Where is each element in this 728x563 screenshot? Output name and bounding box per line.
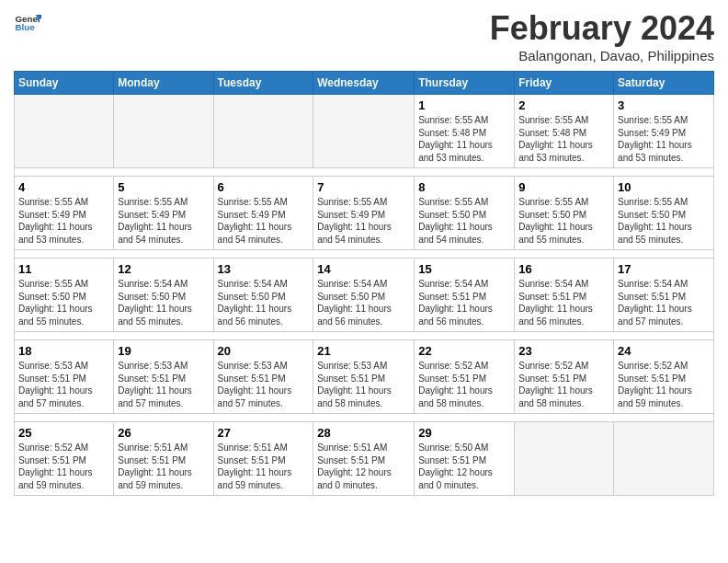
- calendar-cell: [213, 95, 313, 168]
- day-number: 1: [418, 98, 510, 112]
- calendar-cell: 22Sunrise: 5:52 AMSunset: 5:51 PMDayligh…: [415, 340, 515, 414]
- calendar-cell: 26Sunrise: 5:51 AMSunset: 5:51 PMDayligh…: [114, 422, 213, 496]
- week-separator: [15, 414, 714, 422]
- day-info: Sunrise: 5:52 AMSunset: 5:51 PMDaylight:…: [418, 360, 510, 409]
- day-info: Sunrise: 5:53 AMSunset: 5:51 PMDaylight:…: [118, 360, 209, 409]
- day-info: Sunrise: 5:53 AMSunset: 5:51 PMDaylight:…: [218, 360, 310, 409]
- calendar-cell: 7Sunrise: 5:55 AMSunset: 5:49 PMDaylight…: [313, 177, 415, 250]
- day-info: Sunrise: 5:55 AMSunset: 5:49 PMDaylight:…: [118, 196, 209, 246]
- calendar-cell: [515, 422, 614, 496]
- calendar-cell: 19Sunrise: 5:53 AMSunset: 5:51 PMDayligh…: [114, 340, 213, 414]
- calendar-cell: 24Sunrise: 5:52 AMSunset: 5:51 PMDayligh…: [614, 340, 714, 414]
- calendar-cell: 3Sunrise: 5:55 AMSunset: 5:49 PMDaylight…: [614, 95, 714, 168]
- day-info: Sunrise: 5:55 AMSunset: 5:50 PMDaylight:…: [18, 278, 109, 327]
- day-number: 7: [317, 180, 410, 194]
- calendar-cell: [614, 422, 714, 496]
- day-number: 23: [518, 344, 609, 358]
- calendar-cell: 18Sunrise: 5:53 AMSunset: 5:51 PMDayligh…: [15, 340, 114, 414]
- day-info: Sunrise: 5:55 AMSunset: 5:49 PMDaylight:…: [218, 196, 310, 246]
- day-info: Sunrise: 5:55 AMSunset: 5:50 PMDaylight:…: [618, 196, 710, 246]
- day-info: Sunrise: 5:55 AMSunset: 5:49 PMDaylight:…: [618, 114, 710, 164]
- day-info: Sunrise: 5:50 AMSunset: 5:51 PMDaylight:…: [418, 442, 510, 491]
- calendar-cell: 21Sunrise: 5:53 AMSunset: 5:51 PMDayligh…: [313, 340, 415, 414]
- weekday-header-row: SundayMondayTuesdayWednesdayThursdayFrid…: [15, 72, 714, 95]
- calendar-cell: 28Sunrise: 5:51 AMSunset: 5:51 PMDayligh…: [313, 422, 415, 496]
- day-number: 9: [518, 180, 609, 194]
- day-info: Sunrise: 5:54 AMSunset: 5:50 PMDaylight:…: [317, 278, 410, 327]
- calendar-cell: 12Sunrise: 5:54 AMSunset: 5:50 PMDayligh…: [114, 259, 213, 332]
- day-number: 12: [118, 262, 209, 276]
- day-number: 19: [118, 344, 209, 358]
- calendar-cell: 4Sunrise: 5:55 AMSunset: 5:49 PMDaylight…: [15, 177, 114, 250]
- logo: General Blue: [14, 9, 41, 37]
- calendar-table: SundayMondayTuesdayWednesdayThursdayFrid…: [14, 71, 714, 496]
- day-info: Sunrise: 5:54 AMSunset: 5:51 PMDaylight:…: [518, 278, 609, 327]
- calendar-cell: 8Sunrise: 5:55 AMSunset: 5:50 PMDaylight…: [415, 177, 515, 250]
- week-separator: [15, 168, 714, 177]
- calendar-cell: 13Sunrise: 5:54 AMSunset: 5:50 PMDayligh…: [213, 259, 313, 332]
- day-number: 26: [118, 426, 209, 440]
- day-number: 18: [18, 344, 109, 358]
- day-number: 24: [618, 344, 710, 358]
- day-info: Sunrise: 5:52 AMSunset: 5:51 PMDaylight:…: [618, 360, 710, 409]
- calendar-cell: 15Sunrise: 5:54 AMSunset: 5:51 PMDayligh…: [415, 259, 515, 332]
- day-number: 29: [418, 426, 510, 440]
- location-subtitle: Balangonan, Davao, Philippines: [490, 48, 714, 63]
- day-info: Sunrise: 5:55 AMSunset: 5:49 PMDaylight:…: [317, 196, 410, 246]
- day-info: Sunrise: 5:55 AMSunset: 5:48 PMDaylight:…: [518, 114, 609, 164]
- weekday-header-saturday: Saturday: [614, 72, 714, 95]
- day-number: 22: [418, 344, 510, 358]
- calendar-cell: 6Sunrise: 5:55 AMSunset: 5:49 PMDaylight…: [213, 177, 313, 250]
- calendar-week-row: 18Sunrise: 5:53 AMSunset: 5:51 PMDayligh…: [15, 340, 714, 414]
- day-number: 16: [518, 262, 609, 276]
- calendar-cell: 5Sunrise: 5:55 AMSunset: 5:49 PMDaylight…: [114, 177, 213, 250]
- day-number: 10: [618, 180, 710, 194]
- calendar-cell: 17Sunrise: 5:54 AMSunset: 5:51 PMDayligh…: [614, 259, 714, 332]
- day-info: Sunrise: 5:54 AMSunset: 5:51 PMDaylight:…: [418, 278, 510, 327]
- weekday-header-sunday: Sunday: [15, 72, 114, 95]
- day-number: 8: [418, 180, 510, 194]
- calendar-cell: 29Sunrise: 5:50 AMSunset: 5:51 PMDayligh…: [415, 422, 515, 496]
- calendar-week-row: 11Sunrise: 5:55 AMSunset: 5:50 PMDayligh…: [15, 259, 714, 332]
- day-number: 3: [618, 98, 710, 112]
- calendar-cell: [313, 95, 415, 168]
- calendar-cell: 20Sunrise: 5:53 AMSunset: 5:51 PMDayligh…: [213, 340, 313, 414]
- week-separator: [15, 250, 714, 259]
- day-info: Sunrise: 5:54 AMSunset: 5:50 PMDaylight:…: [218, 278, 310, 327]
- calendar-cell: [114, 95, 213, 168]
- day-info: Sunrise: 5:54 AMSunset: 5:50 PMDaylight:…: [118, 278, 209, 327]
- day-info: Sunrise: 5:52 AMSunset: 5:51 PMDaylight:…: [518, 360, 609, 409]
- calendar-cell: 14Sunrise: 5:54 AMSunset: 5:50 PMDayligh…: [313, 259, 415, 332]
- weekday-header-thursday: Thursday: [415, 72, 515, 95]
- day-info: Sunrise: 5:52 AMSunset: 5:51 PMDaylight:…: [18, 442, 109, 491]
- day-number: 27: [218, 426, 310, 440]
- day-number: 15: [418, 262, 510, 276]
- day-info: Sunrise: 5:53 AMSunset: 5:51 PMDaylight:…: [18, 360, 109, 409]
- day-number: 2: [518, 98, 609, 112]
- day-info: Sunrise: 5:51 AMSunset: 5:51 PMDaylight:…: [118, 442, 209, 491]
- calendar-cell: 16Sunrise: 5:54 AMSunset: 5:51 PMDayligh…: [515, 259, 614, 332]
- week-separator: [15, 332, 714, 340]
- day-number: 14: [317, 262, 410, 276]
- day-info: Sunrise: 5:55 AMSunset: 5:50 PMDaylight:…: [418, 196, 510, 246]
- calendar-cell: 2Sunrise: 5:55 AMSunset: 5:48 PMDaylight…: [515, 95, 614, 168]
- day-info: Sunrise: 5:54 AMSunset: 5:51 PMDaylight:…: [618, 278, 710, 327]
- calendar-week-row: 25Sunrise: 5:52 AMSunset: 5:51 PMDayligh…: [15, 422, 714, 496]
- calendar-week-row: 1Sunrise: 5:55 AMSunset: 5:48 PMDaylight…: [15, 95, 714, 168]
- day-info: Sunrise: 5:55 AMSunset: 5:49 PMDaylight:…: [18, 196, 109, 246]
- title-block: February 2024 Balangonan, Davao, Philipp…: [490, 9, 714, 63]
- calendar-cell: 10Sunrise: 5:55 AMSunset: 5:50 PMDayligh…: [614, 177, 714, 250]
- day-info: Sunrise: 5:55 AMSunset: 5:48 PMDaylight:…: [418, 114, 510, 164]
- page-header: General Blue February 2024 Balangonan, D…: [14, 9, 714, 63]
- logo-icon: General Blue: [14, 9, 41, 37]
- calendar-cell: 27Sunrise: 5:51 AMSunset: 5:51 PMDayligh…: [213, 422, 313, 496]
- calendar-cell: 1Sunrise: 5:55 AMSunset: 5:48 PMDaylight…: [415, 95, 515, 168]
- svg-text:Blue: Blue: [16, 22, 36, 32]
- day-number: 20: [218, 344, 310, 358]
- weekday-header-tuesday: Tuesday: [213, 72, 313, 95]
- calendar-week-row: 4Sunrise: 5:55 AMSunset: 5:49 PMDaylight…: [15, 177, 714, 250]
- day-info: Sunrise: 5:51 AMSunset: 5:51 PMDaylight:…: [317, 442, 410, 491]
- weekday-header-wednesday: Wednesday: [313, 72, 415, 95]
- day-number: 21: [317, 344, 410, 358]
- day-number: 4: [18, 180, 109, 194]
